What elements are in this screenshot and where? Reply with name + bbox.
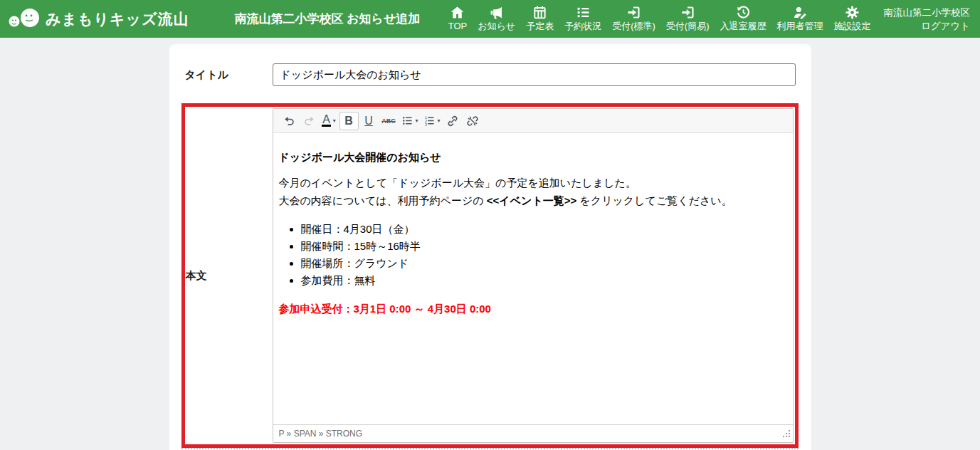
nav-item-facility-settings[interactable]: 施設設定	[834, 5, 871, 32]
title-field-label: タイトル	[185, 68, 273, 82]
nav-item-schedule[interactable]: 予定表	[526, 5, 554, 32]
rich-text-editor: A ▾ B U ABC	[273, 108, 794, 443]
user-edit-icon	[793, 5, 808, 20]
content-card: タイトル 本文	[169, 44, 811, 450]
bold-icon: B	[344, 115, 353, 127]
element-path[interactable]: P » SPAN » STRONG	[279, 429, 363, 439]
list-item: 参加費用：無料	[301, 272, 781, 289]
nav-label: 予約状況	[564, 21, 601, 32]
bullet-list-icon	[401, 115, 413, 127]
page-title: 南流山第二小学校区 お知らせ追加	[234, 11, 420, 27]
content-heading: ドッジボール大会開催のお知らせ	[279, 148, 781, 166]
editor-statusbar: P » SPAN » STRONG	[273, 424, 793, 442]
title-input[interactable]	[273, 63, 796, 86]
paragraph-line-2-before: 大会の内容については、利用予約ページの	[279, 194, 487, 206]
nav-label: 受付(標準)	[612, 21, 655, 32]
paragraph-line-1: 今月のイベントとして「ドッジボール大会」の予定を追加いたしました。	[279, 177, 636, 189]
nav-label: 受付(簡易)	[666, 21, 710, 32]
app-header: みまもりキッズ流山 南流山第二小学校区 お知らせ追加 TOP お知らせ	[0, 0, 980, 38]
logout-link[interactable]: ログアウト	[884, 19, 971, 33]
strikethrough-icon: ABC	[381, 117, 396, 125]
bullet-list-button[interactable]: ▾	[399, 112, 421, 130]
nav-item-entry-exit-history[interactable]: 入退室履歴	[720, 5, 766, 32]
event-detail-list: 開催日：4月30日（金） 開催時間：15時～16時半 開催場所：グラウンド 参加…	[279, 221, 781, 289]
nav-label: 利用者管理	[777, 21, 823, 32]
chevron-down-icon: ▾	[333, 117, 336, 124]
text-color-icon: A	[322, 115, 331, 127]
title-field-row: タイトル	[185, 63, 799, 86]
nav-label: 入退室履歴	[720, 21, 766, 32]
nav-item-reception-simple[interactable]: 受付(簡易)	[666, 5, 710, 32]
editor-toolbar: A ▾ B U ABC	[273, 109, 793, 133]
paragraph-line-2-after: をクリックしてご覧ください。	[576, 194, 732, 206]
svg-text:3: 3	[424, 122, 426, 127]
nav-item-top[interactable]: TOP	[448, 5, 468, 32]
numbered-list-icon: 1 2 3	[423, 115, 436, 127]
main-area: タイトル 本文	[0, 44, 980, 450]
home-icon	[450, 5, 465, 20]
account-block: 南流山第二小学校区 ログアウト	[884, 6, 971, 33]
nav-label: お知らせ	[478, 21, 515, 32]
list-item: 開催場所：グラウンド	[301, 255, 781, 272]
numbered-list-button[interactable]: 1 2 3 ▾	[421, 112, 443, 130]
nav-item-reservations[interactable]: 予約状況	[564, 5, 601, 32]
body-field-highlight-box: 本文	[181, 103, 799, 448]
strikethrough-button[interactable]: ABC	[379, 112, 399, 130]
editor-column: A ▾ B U ABC	[273, 107, 795, 444]
redo-icon[interactable]	[300, 112, 319, 130]
main-nav: TOP お知らせ 予定表	[448, 5, 871, 32]
list-icon	[576, 5, 591, 20]
nav-label: 予定表	[526, 21, 554, 32]
megaphone-icon	[489, 5, 504, 20]
application-period-text: 参加申込受付：3月1日 0:00 ～ 4月30日 0:00	[279, 300, 781, 318]
body-field-label-col: 本文	[185, 107, 273, 444]
sign-in-icon	[626, 5, 641, 20]
nav-item-announcements[interactable]: お知らせ	[478, 5, 515, 32]
chevron-down-icon: ▾	[416, 117, 418, 124]
remove-link-icon[interactable]	[463, 112, 483, 130]
gear-icon	[845, 5, 860, 20]
editor-content-area[interactable]: ドッジボール大会開催のお知らせ 今月のイベントとして「ドッジボール大会」の予定を…	[273, 133, 793, 424]
bold-button[interactable]: B	[339, 112, 359, 130]
account-school-name: 南流山第二小学校区	[884, 6, 971, 19]
sign-in-icon	[680, 5, 695, 20]
event-list-bold-text: <<イベント一覧>>	[487, 194, 576, 206]
nav-item-user-management[interactable]: 利用者管理	[777, 5, 823, 32]
highlight-box-dotted-edge	[181, 448, 799, 449]
nav-label: 施設設定	[834, 21, 871, 32]
resize-grip-icon[interactable]	[783, 430, 791, 440]
logo-text: みまもりキッズ流山	[46, 9, 189, 29]
undo-icon[interactable]	[280, 112, 299, 130]
nav-label: TOP	[448, 21, 468, 32]
chevron-down-icon: ▾	[438, 117, 441, 124]
history-icon	[736, 5, 751, 20]
list-item: 開催時間：15時～16時半	[301, 238, 781, 255]
list-item: 開催日：4月30日（金）	[301, 221, 781, 238]
calendar-icon	[532, 5, 547, 20]
text-color-button[interactable]: A ▾	[320, 112, 339, 130]
body-field-label: 本文	[185, 269, 207, 283]
app-logo[interactable]: みまもりキッズ流山	[6, 6, 189, 33]
underline-icon: U	[364, 115, 373, 127]
mascot-snail-icon	[6, 6, 43, 33]
underline-button[interactable]: U	[359, 112, 379, 130]
nav-item-reception-standard[interactable]: 受付(標準)	[612, 5, 655, 32]
insert-link-icon[interactable]	[443, 112, 463, 130]
content-paragraph: 今月のイベントとして「ドッジボール大会」の予定を追加いたしました。 大会の内容に…	[279, 174, 781, 209]
